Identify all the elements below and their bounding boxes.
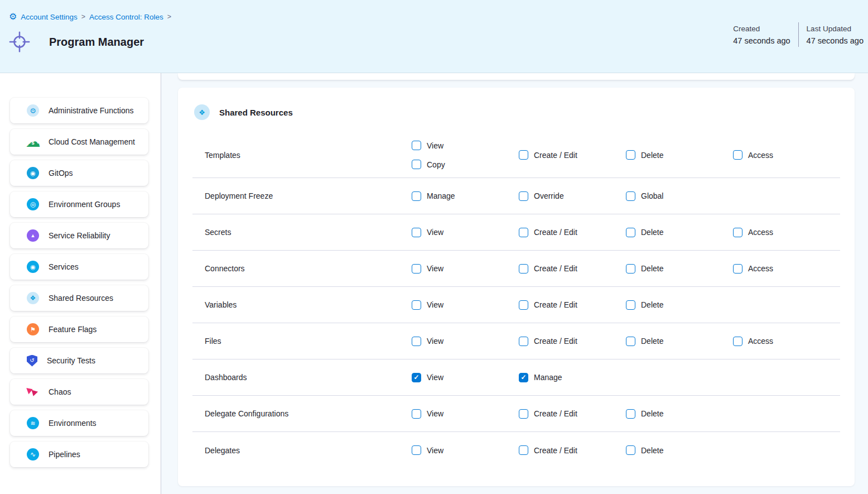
- sidebar-item-chaos[interactable]: Chaos: [10, 379, 148, 405]
- deployment-freeze-manage-option[interactable]: Manage: [412, 191, 519, 201]
- permission-row: Secrets View Create / Edit Delete Access: [192, 214, 840, 251]
- sidebar-item-gitops[interactable]: ◉ GitOps: [10, 160, 148, 186]
- permission-column-3: Delete: [626, 228, 733, 237]
- sidebar-item-pipelines[interactable]: ∿ Pipelines: [10, 442, 148, 467]
- secrets-access-checkbox[interactable]: [733, 228, 742, 237]
- delegates-delete-checkbox[interactable]: [626, 445, 635, 455]
- breadcrumb-access-control-roles[interactable]: Access Control: Roles: [89, 13, 163, 21]
- files-view-checkbox[interactable]: [412, 337, 421, 346]
- connectors-create-edit-checkbox[interactable]: [519, 264, 528, 274]
- permission-column-2: Create / Edit: [519, 445, 626, 455]
- checkbox-label: Override: [534, 191, 564, 200]
- sidebar-item-security-tests[interactable]: ↺ Security Tests: [10, 348, 148, 373]
- created-label: Created: [733, 25, 790, 33]
- sidebar-item-environment-groups[interactable]: ◎ Environment Groups: [10, 191, 148, 217]
- resource-label: Files: [192, 337, 412, 346]
- files-delete-checkbox[interactable]: [626, 337, 635, 346]
- secrets-delete-option[interactable]: Delete: [626, 228, 733, 237]
- dashboards-manage-option[interactable]: ✓ Manage: [519, 373, 626, 382]
- variables-view-option[interactable]: View: [412, 300, 519, 310]
- templates-view-option[interactable]: View: [412, 141, 519, 150]
- templates-view-checkbox[interactable]: [412, 141, 421, 150]
- sidebar-item-environments[interactable]: ≋ Environments: [10, 410, 148, 436]
- sidebar-item-cloud-cost-management[interactable]: ☁$ Cloud Cost Management: [10, 129, 148, 155]
- connectors-view-option[interactable]: View: [412, 264, 519, 274]
- secrets-view-option[interactable]: View: [412, 228, 519, 237]
- delegate-configurations-delete-checkbox[interactable]: [626, 409, 635, 419]
- connectors-delete-checkbox[interactable]: [626, 264, 635, 274]
- delegate-configurations-view-option[interactable]: View: [412, 409, 519, 419]
- secrets-create-edit-checkbox[interactable]: [519, 228, 528, 237]
- checkbox-label: Access: [748, 337, 773, 346]
- permission-column-1: View: [412, 264, 519, 274]
- dashboards-manage-checkbox[interactable]: ✓: [519, 373, 528, 382]
- sidebar-item-label: GitOps: [49, 169, 73, 178]
- templates-copy-checkbox[interactable]: [412, 160, 421, 169]
- delegates-create-edit-option[interactable]: Create / Edit: [519, 445, 626, 455]
- variables-create-edit-option[interactable]: Create / Edit: [519, 300, 626, 310]
- permission-column-1: View: [412, 337, 519, 346]
- secrets-create-edit-option[interactable]: Create / Edit: [519, 228, 626, 237]
- chaos-icon: [27, 386, 39, 398]
- variables-delete-checkbox[interactable]: [626, 300, 635, 310]
- delegates-create-edit-checkbox[interactable]: [519, 445, 528, 455]
- connectors-access-option[interactable]: Access: [733, 264, 840, 274]
- templates-access-option[interactable]: Access: [733, 150, 840, 160]
- secrets-delete-checkbox[interactable]: [626, 228, 635, 237]
- files-create-edit-option[interactable]: Create / Edit: [519, 337, 626, 346]
- delegate-configurations-view-checkbox[interactable]: [412, 409, 421, 419]
- variables-view-checkbox[interactable]: [412, 300, 421, 310]
- deployment-freeze-global-checkbox[interactable]: [626, 191, 635, 201]
- connectors-delete-option[interactable]: Delete: [626, 264, 733, 274]
- templates-delete-checkbox[interactable]: [626, 150, 635, 160]
- permission-column-4: Access: [733, 228, 840, 237]
- delegates-delete-option[interactable]: Delete: [626, 445, 733, 455]
- delegates-view-checkbox[interactable]: [412, 445, 421, 455]
- sidebar-item-administrative-functions[interactable]: ⚙ Administrative Functions: [10, 98, 148, 123]
- dashboards-view-checkbox[interactable]: ✓: [412, 373, 421, 382]
- role-crosshair-icon: [8, 30, 31, 54]
- shared-resources-icon: ❖: [194, 104, 210, 120]
- secrets-access-option[interactable]: Access: [733, 228, 840, 237]
- deployment-freeze-manage-checkbox[interactable]: [412, 191, 421, 201]
- delegate-configurations-create-edit-option[interactable]: Create / Edit: [519, 409, 626, 419]
- permission-column-2: Create / Edit: [519, 264, 626, 274]
- delegate-configurations-create-edit-checkbox[interactable]: [519, 409, 528, 419]
- files-view-option[interactable]: View: [412, 337, 519, 346]
- sidebar-item-service-reliability[interactable]: ▲ Service Reliability: [10, 223, 148, 248]
- templates-copy-option[interactable]: Copy: [412, 160, 519, 169]
- files-delete-option[interactable]: Delete: [626, 337, 733, 346]
- templates-delete-option[interactable]: Delete: [626, 150, 733, 160]
- connectors-access-checkbox[interactable]: [733, 264, 742, 274]
- templates-create-edit-checkbox[interactable]: [519, 150, 528, 160]
- sidebar-item-shared-resources[interactable]: ❖ Shared Resources: [10, 285, 148, 311]
- dashboards-view-option[interactable]: ✓ View: [412, 373, 519, 382]
- deployment-freeze-override-option[interactable]: Override: [519, 191, 626, 201]
- connectors-create-edit-option[interactable]: Create / Edit: [519, 264, 626, 274]
- resource-label: Templates: [192, 151, 412, 160]
- delegates-view-option[interactable]: View: [412, 445, 519, 455]
- checkbox-label: View: [427, 373, 443, 382]
- resource-label: Secrets: [192, 228, 412, 237]
- files-access-option[interactable]: Access: [733, 337, 840, 346]
- checkbox-label: Create / Edit: [534, 264, 577, 273]
- secrets-view-checkbox[interactable]: [412, 228, 421, 237]
- breadcrumb-account-settings[interactable]: Account Settings: [21, 13, 77, 21]
- deployment-freeze-global-option[interactable]: Global: [626, 191, 733, 201]
- deployment-freeze-override-checkbox[interactable]: [519, 191, 528, 201]
- delegate-configurations-delete-option[interactable]: Delete: [626, 409, 733, 419]
- variables-delete-option[interactable]: Delete: [626, 300, 733, 310]
- checkbox-label: Create / Edit: [534, 446, 577, 455]
- templates-create-edit-option[interactable]: Create / Edit: [519, 150, 626, 160]
- sidebar-item-feature-flags[interactable]: ⚑ Feature Flags: [10, 316, 148, 342]
- templates-access-checkbox[interactable]: [733, 150, 742, 160]
- connectors-view-checkbox[interactable]: [412, 264, 421, 274]
- sidebar-item-services[interactable]: ◉ Services: [10, 254, 148, 280]
- environment-groups-icon: ◎: [27, 198, 39, 210]
- resource-label: Deployment Freeze: [192, 191, 412, 200]
- files-create-edit-checkbox[interactable]: [519, 337, 528, 346]
- files-access-checkbox[interactable]: [733, 337, 742, 346]
- shared-resources-card: ❖ Shared Resources Templates View Copy C…: [178, 88, 855, 486]
- variables-create-edit-checkbox[interactable]: [519, 300, 528, 310]
- permission-column-1: Manage: [412, 191, 519, 201]
